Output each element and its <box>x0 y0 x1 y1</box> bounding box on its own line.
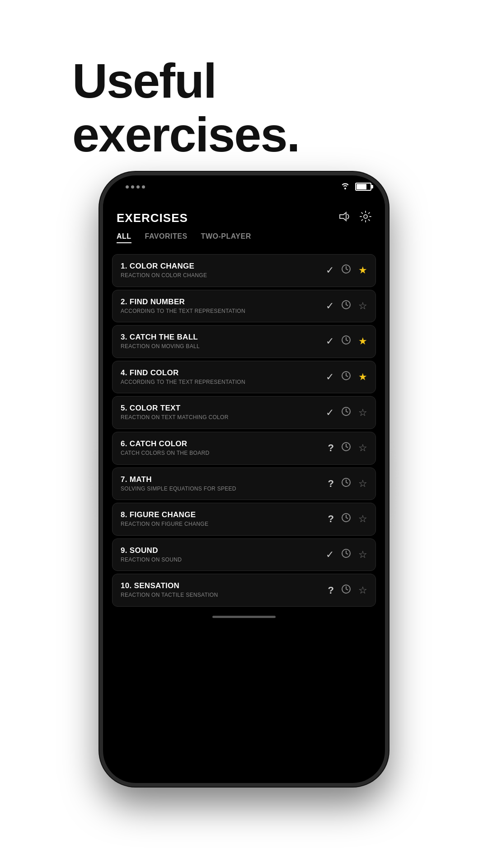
exercise-desc-7: SOLVING SIMPLE EQUATIONS FOR SPEED <box>121 486 328 493</box>
battery-icon <box>355 183 371 191</box>
tab-favorites[interactable]: FAVORITES <box>145 232 188 243</box>
exercise-info-4: 4. FIND COLOR ACCORDING TO THE TEXT REPR… <box>121 368 326 386</box>
star-icon-2[interactable]: ☆ <box>358 300 367 312</box>
history-icon-4[interactable] <box>341 371 351 383</box>
exercise-item-1[interactable]: 1. COLOR CHANGE REACTION ON COLOR CHANGE… <box>112 254 376 287</box>
exercise-info-5: 5. COLOR TEXT REACTION ON TEXT MATCHING … <box>121 404 326 421</box>
exercise-name-1: 1. COLOR CHANGE <box>121 262 326 271</box>
exercise-info-3: 3. CATCH THE BALL REACTION ON MOVING BAL… <box>121 333 326 350</box>
tabs: ALL FAVORITES TWO-PLAYER <box>103 232 385 250</box>
star-icon-3[interactable]: ★ <box>358 335 367 347</box>
history-icon-8[interactable] <box>341 513 351 525</box>
exercise-actions-6: ? ☆ <box>328 442 367 454</box>
exercise-item-4[interactable]: 4. FIND COLOR ACCORDING TO THE TEXT REPR… <box>112 361 376 394</box>
exercise-info-1: 1. COLOR CHANGE REACTION ON COLOR CHANGE <box>121 262 326 279</box>
star-icon-10[interactable]: ☆ <box>358 585 367 596</box>
signal-dot-2 <box>131 185 134 189</box>
exercise-info-8: 8. FIGURE CHANGE REACTION ON FIGURE CHAN… <box>121 510 328 528</box>
exercise-item-9[interactable]: 9. SOUND REACTION ON SOUND ✓ <box>112 538 376 571</box>
history-icon-6[interactable] <box>341 442 351 454</box>
question-icon-6: ? <box>328 442 334 454</box>
check-icon-2: ✓ <box>326 300 334 312</box>
home-indicator <box>103 610 385 624</box>
exercise-name-5: 5. COLOR TEXT <box>121 404 326 413</box>
app-header: EXERCISES <box>103 198 385 232</box>
star-icon-5[interactable]: ☆ <box>358 407 367 419</box>
exercise-name-6: 6. CATCH COLOR <box>121 439 328 448</box>
star-icon-9[interactable]: ☆ <box>358 549 367 561</box>
history-icon-1[interactable] <box>341 264 351 277</box>
question-icon-8: ? <box>328 513 334 525</box>
history-icon-9[interactable] <box>341 548 351 561</box>
hero-title-line1: Useful <box>72 53 216 108</box>
tab-all[interactable]: ALL <box>117 232 131 243</box>
signal-dot-3 <box>136 185 140 189</box>
history-icon-7[interactable] <box>341 477 351 490</box>
exercise-list: 1. COLOR CHANGE REACTION ON COLOR CHANGE… <box>103 250 385 610</box>
exercise-name-3: 3. CATCH THE BALL <box>121 333 326 342</box>
question-icon-7: ? <box>328 478 334 490</box>
star-icon-6[interactable]: ☆ <box>358 442 367 454</box>
exercise-actions-4: ✓ ★ <box>326 371 367 383</box>
app-title: EXERCISES <box>117 211 188 225</box>
header-icons <box>339 211 371 225</box>
exercise-desc-1: REACTION ON COLOR CHANGE <box>121 272 326 279</box>
status-bar <box>103 175 385 198</box>
star-icon-8[interactable]: ☆ <box>358 513 367 525</box>
exercise-info-7: 7. MATH SOLVING SIMPLE EQUATIONS FOR SPE… <box>121 475 328 493</box>
settings-icon[interactable] <box>360 211 371 225</box>
exercise-name-2: 2. FIND NUMBER <box>121 297 326 307</box>
exercise-item-7[interactable]: 7. MATH SOLVING SIMPLE EQUATIONS FOR SPE… <box>112 467 376 500</box>
question-icon-10: ? <box>328 585 334 596</box>
hero-title: Useful exercises. <box>72 54 300 162</box>
exercise-name-9: 9. SOUND <box>121 546 326 555</box>
phone-frame: EXERCISES <box>99 172 389 787</box>
page-background: Useful exercises. <box>0 0 488 868</box>
check-icon-1: ✓ <box>326 264 334 276</box>
check-icon-5: ✓ <box>326 407 334 419</box>
exercise-name-8: 8. FIGURE CHANGE <box>121 510 328 519</box>
exercise-item-2[interactable]: 2. FIND NUMBER ACCORDING TO THE TEXT REP… <box>112 290 376 323</box>
sound-icon[interactable] <box>339 212 351 224</box>
hero-title-line2: exercises. <box>72 107 300 162</box>
exercise-item-6[interactable]: 6. CATCH COLOR CATCH COLORS ON THE BOARD… <box>112 432 376 465</box>
history-icon-5[interactable] <box>341 406 351 419</box>
signal-dot-4 <box>142 185 145 189</box>
exercise-item-8[interactable]: 8. FIGURE CHANGE REACTION ON FIGURE CHAN… <box>112 503 376 536</box>
history-icon-2[interactable] <box>341 300 351 312</box>
star-icon-1[interactable]: ★ <box>358 264 367 276</box>
exercise-actions-1: ✓ ★ <box>326 264 367 277</box>
history-icon-3[interactable] <box>341 335 351 348</box>
exercise-desc-5: REACTION ON TEXT MATCHING COLOR <box>121 414 326 421</box>
svg-marker-0 <box>340 212 346 221</box>
exercise-actions-3: ✓ ★ <box>326 335 367 348</box>
screen[interactable]: EXERCISES <box>103 198 385 783</box>
exercise-item-5[interactable]: 5. COLOR TEXT REACTION ON TEXT MATCHING … <box>112 396 376 429</box>
exercise-info-10: 10. SENSATION REACTION ON TACTILE SENSAT… <box>121 581 328 599</box>
exercise-name-7: 7. MATH <box>121 475 328 484</box>
exercise-actions-2: ✓ ☆ <box>326 300 367 312</box>
exercise-name-4: 4. FIND COLOR <box>121 368 326 377</box>
check-icon-4: ✓ <box>326 371 334 383</box>
history-icon-10[interactable] <box>341 584 351 597</box>
exercise-name-10: 10. SENSATION <box>121 581 328 590</box>
exercise-desc-8: REACTION ON FIGURE CHANGE <box>121 521 328 528</box>
star-icon-4[interactable]: ★ <box>358 371 367 383</box>
check-icon-3: ✓ <box>326 335 334 347</box>
exercise-actions-5: ✓ ☆ <box>326 406 367 419</box>
exercise-info-9: 9. SOUND REACTION ON SOUND <box>121 546 326 564</box>
signal-dot-1 <box>126 185 129 189</box>
exercise-item-10[interactable]: 10. SENSATION REACTION ON TACTILE SENSAT… <box>112 574 376 607</box>
exercise-desc-6: CATCH COLORS ON THE BOARD <box>121 450 328 457</box>
exercise-actions-7: ? ☆ <box>328 477 367 490</box>
svg-point-1 <box>364 215 367 218</box>
exercise-actions-8: ? ☆ <box>328 513 367 525</box>
phone-wrapper: EXERCISES <box>95 172 393 796</box>
exercise-desc-2: ACCORDING TO THE TEXT REPRESENTATION <box>121 308 326 315</box>
exercise-actions-9: ✓ ☆ <box>326 548 367 561</box>
tab-two-player[interactable]: TWO-PLAYER <box>201 232 251 243</box>
exercise-item-3[interactable]: 3. CATCH THE BALL REACTION ON MOVING BAL… <box>112 325 376 358</box>
star-icon-7[interactable]: ☆ <box>358 478 367 490</box>
exercise-info-6: 6. CATCH COLOR CATCH COLORS ON THE BOARD <box>121 439 328 457</box>
exercise-desc-4: ACCORDING TO THE TEXT REPRESENTATION <box>121 379 326 386</box>
